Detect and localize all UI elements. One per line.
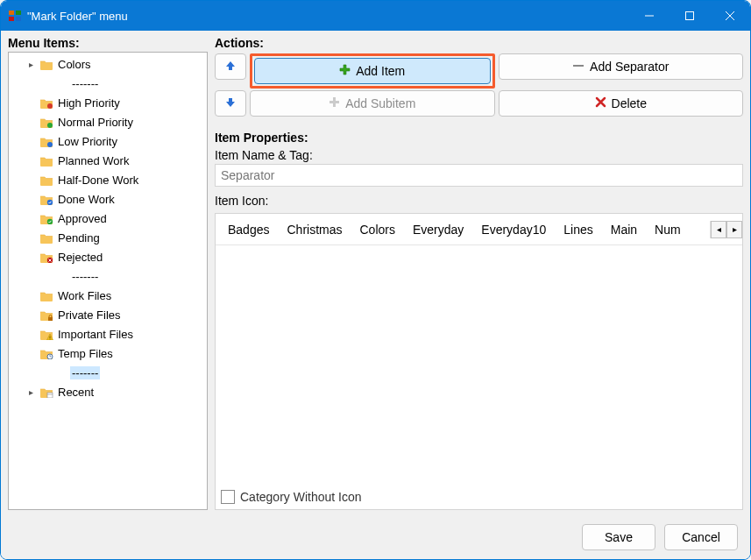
tree-item[interactable]: Done Work — [9, 189, 207, 209]
icon-tab[interactable]: Lines — [555, 214, 601, 245]
tree-item[interactable]: Normal Priority — [9, 112, 207, 131]
tree-item[interactable]: ▸ Recent — [9, 382, 207, 401]
tree-item-label: Rejected — [56, 251, 104, 264]
icon-tab[interactable]: Christmas — [278, 214, 351, 245]
add-item-label: Add Item — [356, 64, 405, 78]
window-buttons — [629, 1, 750, 31]
folder-icon — [39, 288, 54, 302]
tree-item-label: Recent — [56, 386, 96, 399]
icon-tab[interactable]: Main — [602, 214, 646, 245]
tree-item[interactable]: Approved — [9, 209, 207, 228]
tree-item[interactable]: ▸ Colors — [9, 54, 207, 74]
tree-item-label: Private Files — [56, 308, 123, 322]
menu-items-heading: Menu Items: — [8, 36, 208, 50]
svg-rect-0 — [9, 11, 14, 15]
tree-item[interactable]: Work Files — [9, 286, 207, 305]
tree-item[interactable]: Rejected — [9, 247, 207, 266]
tree-item[interactable]: Low Priority — [9, 131, 207, 151]
tree-item[interactable]: ------- — [9, 74, 207, 93]
tree-item-label: Half-Done Work — [56, 174, 140, 187]
item-icon-label: Item Icon: — [215, 194, 743, 208]
props-heading: Item Properties: — [215, 131, 743, 145]
folder-icon — [39, 308, 54, 322]
move-down-button[interactable] — [215, 90, 246, 117]
tree-item-label: Work Files — [56, 289, 113, 302]
icon-category-tabs: BadgesChristmasColorsEverydayEveryday10L… — [216, 214, 742, 245]
svg-rect-3 — [16, 17, 21, 21]
tree-item-label: Done Work — [56, 193, 117, 206]
folder-icon — [39, 96, 54, 110]
tab-scroll-left[interactable]: ◂ — [711, 221, 726, 238]
add-item-button[interactable]: Add Item — [254, 58, 491, 84]
no-icon-checkbox-row[interactable]: Category Without Icon — [216, 485, 742, 509]
add-separator-button[interactable]: Add Separator — [499, 53, 744, 80]
minimize-button[interactable] — [629, 1, 670, 31]
tree-item-label: Approved — [56, 212, 109, 225]
add-separator-label: Add Separator — [590, 60, 669, 74]
tree-item[interactable]: Pending — [9, 228, 207, 247]
titlebar[interactable]: "Mark Folder" menu — [1, 1, 750, 31]
svg-point-10 — [47, 142, 53, 147]
tree-item-label: High Priority — [56, 96, 122, 110]
right-pane: Actions: Add Item — [211, 31, 750, 515]
checkbox-icon[interactable] — [221, 490, 235, 504]
blank-icon — [53, 269, 68, 283]
cancel-button[interactable]: Cancel — [664, 524, 738, 550]
save-button[interactable]: Save — [582, 524, 655, 550]
icon-tab[interactable]: Everyday — [404, 214, 472, 245]
add-subitem-button[interactable]: Add Subitem — [250, 90, 495, 117]
icon-tab[interactable]: Badges — [219, 214, 278, 245]
app-icon — [8, 9, 22, 23]
tree-item[interactable]: Planned Work — [9, 151, 207, 170]
tree-item-label: Pending — [56, 231, 102, 245]
add-item-highlight: Add Item — [250, 53, 495, 89]
icon-area: BadgesChristmasColorsEverydayEveryday10L… — [215, 213, 743, 510]
tree-item-label: Colors — [56, 58, 93, 71]
icon-list[interactable] — [216, 245, 742, 485]
cancel-label: Cancel — [682, 530, 720, 544]
window-title: "Mark Folder" menu — [27, 10, 624, 23]
delete-button[interactable]: Delete — [499, 90, 744, 117]
tree-item-label: Normal Priority — [56, 116, 135, 129]
expander-icon[interactable]: ▸ — [25, 387, 37, 397]
tree-item[interactable]: ------- — [9, 266, 207, 286]
svg-rect-18 — [47, 393, 53, 398]
tree-item-label: Important Files — [56, 328, 135, 341]
icon-tab[interactable]: Num — [646, 214, 681, 245]
no-icon-label: Category Without Icon — [240, 490, 362, 504]
svg-rect-16 — [50, 338, 51, 339]
blank-icon — [53, 365, 68, 379]
svg-rect-5 — [686, 12, 694, 20]
svg-rect-14 — [48, 317, 53, 321]
tree-item[interactable]: Temp Files — [9, 344, 207, 363]
svg-point-8 — [47, 103, 53, 109]
expander-icon[interactable]: ▸ — [25, 60, 37, 69]
tree-item-label: Temp Files — [56, 347, 115, 360]
plus-icon — [339, 64, 351, 78]
svg-rect-2 — [9, 17, 14, 21]
svg-rect-20 — [573, 65, 584, 67]
arrow-up-icon — [224, 60, 237, 74]
tree-item-label: Low Priority — [56, 135, 119, 148]
tree-item[interactable]: Important Files — [9, 324, 207, 344]
tree-item[interactable]: Private Files — [9, 305, 207, 324]
tree-item-label: Planned Work — [56, 154, 131, 167]
folder-icon — [39, 134, 54, 148]
actions-group: Add Item Add Separator — [215, 52, 743, 118]
tree-item[interactable]: ------- — [9, 363, 207, 382]
close-button[interactable] — [710, 1, 750, 31]
icon-tab[interactable]: Everyday10 — [472, 214, 555, 245]
folder-icon — [39, 173, 54, 187]
maximize-button[interactable] — [670, 1, 710, 31]
arrow-down-icon — [224, 96, 237, 111]
icon-tab[interactable]: Colors — [351, 214, 404, 245]
tree-item[interactable]: Half-Done Work — [9, 170, 207, 189]
tree-item[interactable]: High Priority — [9, 93, 207, 112]
footer: Save Cancel — [1, 515, 750, 559]
svg-rect-15 — [50, 336, 51, 338]
actions-heading: Actions: — [215, 36, 743, 50]
menu-tree[interactable]: ▸ Colors------- High Priority Normal Pri… — [8, 52, 208, 510]
move-up-button[interactable] — [215, 53, 246, 80]
tab-scroll-right[interactable]: ▸ — [726, 221, 742, 238]
item-name-input[interactable] — [215, 164, 743, 187]
